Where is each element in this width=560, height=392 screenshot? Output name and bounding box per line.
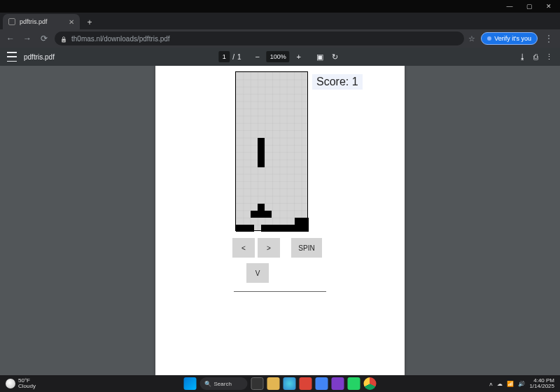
- spin-button[interactable]: SPIN: [291, 238, 322, 258]
- move-right-button[interactable]: >: [258, 238, 280, 258]
- windows-taskbar: 50°F Cloudy 🔍 Search ᴧ ☁ 📶 🔊 4:40 PM 1/1…: [0, 375, 560, 392]
- score-display: Score: 1: [312, 74, 363, 90]
- wifi-icon[interactable]: 📶: [507, 381, 514, 387]
- window-minimize-button[interactable]: —: [500, 0, 519, 13]
- lock-icon: [60, 35, 67, 43]
- tetromino-block: [258, 138, 265, 167]
- pdf-page-total: 1: [237, 53, 241, 61]
- chrome-icon[interactable]: [364, 377, 377, 390]
- pdf-rotate-icon[interactable]: ↻: [329, 50, 342, 63]
- app-icon[interactable]: [316, 377, 328, 390]
- taskbar-search[interactable]: 🔍 Search: [200, 377, 248, 390]
- window-close-button[interactable]: ✕: [539, 0, 559, 13]
- url-input[interactable]: th0mas.nl/downloads/pdftris.pdf: [55, 31, 464, 46]
- system-clock[interactable]: 4:40 PM 1/14/2025: [529, 378, 554, 389]
- new-tab-button[interactable]: +: [83, 15, 97, 29]
- pdf-zoom-level[interactable]: 100%: [267, 51, 290, 62]
- tetromino-block: [251, 211, 272, 218]
- tab-title: pdftris.pdf: [20, 18, 48, 25]
- bookmark-star-icon[interactable]: ☆: [468, 34, 475, 43]
- browser-tab-strip: pdftris.pdf ✕ +: [0, 13, 560, 29]
- tab-favicon-icon: [8, 18, 15, 25]
- window-maximize-button[interactable]: ▢: [519, 0, 539, 13]
- url-text: th0mas.nl/downloads/pdftris.pdf: [71, 35, 170, 43]
- browser-menu-button[interactable]: ⋮: [542, 34, 556, 43]
- pdf-page-input[interactable]: 1: [218, 51, 230, 62]
- search-icon: 🔍: [204, 381, 211, 387]
- pdf-toolbar: pdftris.pdf 1 / 1 − 100% + ▣ ↻ ⭳ ⎙ ⋮: [0, 48, 560, 66]
- pdf-more-button[interactable]: ⋮: [545, 52, 553, 62]
- weather-icon: [6, 379, 15, 388]
- move-left-button[interactable]: <: [232, 238, 255, 258]
- address-bar: ← → ⟳ th0mas.nl/downloads/pdftris.pdf ☆ …: [0, 29, 560, 48]
- forward-button[interactable]: →: [21, 32, 34, 45]
- pdf-menu-icon[interactable]: [7, 52, 17, 62]
- profile-dot-icon: [487, 36, 491, 41]
- tab-close-button[interactable]: ✕: [69, 18, 74, 26]
- move-down-button[interactable]: V: [246, 263, 269, 283]
- reload-button[interactable]: ⟳: [38, 32, 50, 45]
- task-view-icon[interactable]: [251, 377, 264, 390]
- browser-tab[interactable]: pdftris.pdf ✕: [3, 14, 80, 29]
- app-icon[interactable]: [300, 377, 312, 390]
- pdf-zoom-in-button[interactable]: +: [293, 50, 305, 63]
- whatsapp-icon[interactable]: [348, 377, 360, 390]
- pdf-page: Score: 1 < > SPIN V: [155, 66, 405, 375]
- verify-profile-chip[interactable]: Verify it's you: [481, 32, 538, 45]
- back-button[interactable]: ←: [4, 32, 17, 45]
- weather-widget[interactable]: 50°F Cloudy: [0, 378, 41, 389]
- weather-cond: Cloudy: [18, 384, 36, 389]
- volume-icon[interactable]: 🔊: [518, 381, 525, 387]
- game-controls-row: < > SPIN: [232, 238, 322, 258]
- start-button[interactable]: [184, 377, 197, 390]
- pdf-fit-page-icon[interactable]: ▣: [314, 50, 326, 63]
- tetromino-block: [258, 204, 265, 211]
- verify-label: Verify it's you: [494, 35, 531, 42]
- game-board: [235, 71, 308, 231]
- pdf-zoom-out-button[interactable]: −: [251, 50, 264, 63]
- tetromino-block: [295, 218, 309, 225]
- pdf-print-button[interactable]: ⎙: [533, 52, 538, 62]
- onedrive-icon[interactable]: ☁: [497, 381, 503, 387]
- game-controls-row-2: V: [246, 263, 269, 283]
- text-input-line[interactable]: [234, 291, 326, 292]
- explorer-icon[interactable]: [267, 377, 280, 390]
- pdf-viewport[interactable]: Score: 1 < > SPIN V: [0, 66, 560, 375]
- pdf-filename: pdftris.pdf: [24, 53, 55, 61]
- edge-icon[interactable]: [284, 377, 296, 390]
- pdf-download-button[interactable]: ⭳: [519, 52, 526, 62]
- store-icon[interactable]: [332, 377, 344, 390]
- tray-overflow-icon[interactable]: ᴧ: [489, 381, 493, 387]
- tetromino-block: [236, 225, 254, 232]
- pdf-page-sep: /: [232, 53, 234, 61]
- tetromino-block: [261, 225, 309, 232]
